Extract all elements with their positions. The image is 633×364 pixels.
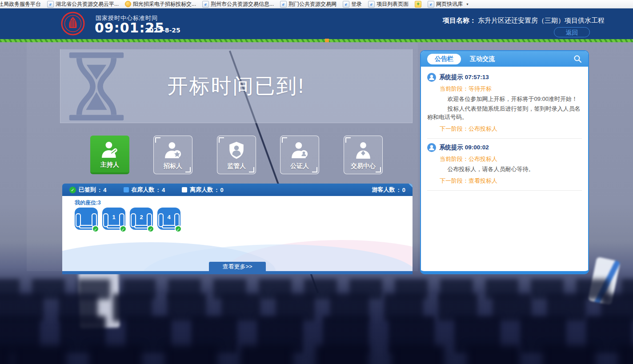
colon: : <box>99 187 100 193</box>
absent-square-icon <box>182 187 187 192</box>
bookmark-label: 登录 <box>351 0 362 8</box>
absent-label: 离席人数 <box>190 186 213 194</box>
role-button-trade-center[interactable]: 交易中心 <box>344 136 383 174</box>
next-stage: 下一阶段：公布投标人 <box>440 125 582 133</box>
message-title: 系统提示 09:00:02 <box>439 144 489 152</box>
message-divider <box>427 190 582 191</box>
bookmark-label: 社局政务服务平台 <box>0 0 41 8</box>
absent-value: 0 <box>220 187 224 193</box>
bookmark-item-project-list[interactable]: e 项目列表页面 <box>368 0 409 8</box>
ie-icon: e <box>280 1 287 8</box>
avatar-icon <box>427 143 436 152</box>
system-message: 系统提示 09:00:02 当前阶段：公布投标人 公布投标人，请各人员耐心等待。… <box>427 143 582 185</box>
message-title: 系统提示 07:57:13 <box>439 73 489 81</box>
present-count: 在席人数 : 4 <box>124 186 165 194</box>
current-stage: 当前阶段：等待开标 <box>440 85 582 93</box>
banner-title: 开标时间已到! <box>168 72 305 100</box>
signed-value: 4 <box>103 187 106 193</box>
tenderer-icon <box>164 141 182 159</box>
colon: : <box>397 187 399 193</box>
ie-icon: e <box>202 1 209 8</box>
seat-number: 2 <box>130 214 153 220</box>
message-divider <box>427 138 582 139</box>
org-seal-logo <box>60 11 85 36</box>
bookmark-label: 荆门公共资源交易网 <box>288 0 337 8</box>
signed-check-icon: ✓ <box>69 187 76 193</box>
signed-badge-icon: ✓ <box>175 225 182 232</box>
project-name-line: 项目名称：东升片区还迁安置房（三期）项目供水工程 <box>443 16 605 25</box>
signed-badge-icon: ✓ <box>120 225 127 232</box>
bookmark-item-sunshine-bidding[interactable]: 阳光招采电子招标投标交... <box>125 0 196 8</box>
status-banner: 开标时间已到! <box>60 49 413 123</box>
role-label: 主持人 <box>100 161 119 169</box>
back-button[interactable]: 返回 <box>554 27 590 37</box>
signed-count: ✓ 已签到 : 4 <box>69 186 107 194</box>
colon: : <box>216 187 217 193</box>
message-list: 系统提示 07:57:13 当前阶段：等待开标 欢迎各位参加网上开标，开标将于0… <box>421 67 588 272</box>
bid-opening-screen: 社局政务服务平台 e 湖北省公共资源交易云平... 阳光招采电子招标投标交...… <box>0 0 633 364</box>
supervisor-icon <box>228 141 245 159</box>
my-seat-label: 我的座位:3 <box>75 199 101 207</box>
role-label: 招标人 <box>164 162 182 170</box>
hourglass-icon <box>63 52 130 120</box>
bookmark-label: 网页快讯库 <box>436 0 463 8</box>
present-square-icon <box>124 187 129 192</box>
bookmark-label: 湖北省公共资源交易云平... <box>56 0 119 8</box>
dropdown-arrow-icon: ▼ <box>466 3 469 6</box>
sun-icon <box>125 1 131 7</box>
system-message: 系统提示 07:57:13 当前阶段：等待开标 欢迎各位参加网上开标，开标将于0… <box>427 73 582 133</box>
bg-chair-row <box>0 345 633 364</box>
bookmark-item-news-library[interactable]: e 网页快讯库 ▼ <box>428 0 469 8</box>
seat-number: 4 <box>157 214 180 220</box>
present-label: 在席人数 <box>132 186 155 194</box>
clock-date: 2022-8-25 <box>145 27 180 33</box>
bookmark-label: 阳光招采电子招标投标交... <box>133 0 196 8</box>
colon: : <box>157 187 159 193</box>
visitors-value: 0 <box>402 187 405 193</box>
seat[interactable]: 4 ✓ <box>157 207 182 233</box>
visitors-label: 游客人数 <box>372 186 395 194</box>
bookmark-item-jingzhou-info[interactable]: e 荆州市公共资源交易信息... <box>202 0 274 8</box>
view-more-button[interactable]: 查看更多>> <box>209 262 266 271</box>
role-button-host[interactable]: 主持人 <box>90 136 129 174</box>
current-stage: 当前阶段：公布投标人 <box>440 155 582 163</box>
seats-panel: 我的座位:3 ✓ 1 ✓ 2 ✓ 4 ✓ 查看更多>> <box>62 196 413 274</box>
role-button-supervisor[interactable]: 监管人 <box>217 136 256 174</box>
app-header: 国家授时中心标准时间 09:01:25 2022-8-25 项目名称：东升片区还… <box>0 8 633 39</box>
present-value: 4 <box>162 187 165 193</box>
bookmark-item-hubei-exchange[interactable]: e 湖北省公共资源交易云平... <box>47 0 119 8</box>
visitor-count: 游客人数 : 0 <box>372 186 405 194</box>
seat[interactable]: 1 ✓ <box>102 207 127 233</box>
project-name-label: 项目名称： <box>443 16 476 24</box>
trade-center-icon <box>354 141 372 159</box>
seat[interactable]: 2 ✓ <box>130 207 154 233</box>
tab-announcements[interactable]: 公告栏 <box>427 54 461 64</box>
announcement-panel: 公告栏 互动交流 系统提示 07:57:13 当前阶段：等待开标 欢迎各位参加网 <box>420 50 589 274</box>
message-line: 公布投标人，请各人员耐心等待。 <box>427 165 582 173</box>
bookmark-item-gov-service[interactable]: 社局政务服务平台 <box>0 0 41 8</box>
notary-icon <box>291 141 308 159</box>
role-button-notary[interactable]: 公证人 <box>280 136 319 174</box>
signed-label: 已签到 <box>79 186 96 194</box>
bookmark-item-jingmen-exchange[interactable]: e 荆门公共资源交易网 <box>280 0 337 8</box>
search-icon[interactable] <box>573 55 582 63</box>
bookmark-label: 荆州市公共资源交易信息... <box>211 0 274 8</box>
role-button-tenderer[interactable]: 招标人 <box>153 136 192 174</box>
browser-bookmarks-bar: 社局政务服务平台 e 湖北省公共资源交易云平... 阳光招采电子招标投标交...… <box>0 0 633 8</box>
seat-row: ✓ 1 ✓ 2 ✓ 4 ✓ <box>75 207 182 233</box>
stage-progress-bar <box>0 39 633 42</box>
absent-count: 离席人数 : 0 <box>182 186 224 194</box>
signed-badge-icon: ✓ <box>147 225 154 232</box>
message-line: 欢迎各位参加网上开标，开标将于09:00准时开始！ <box>427 95 582 103</box>
add-bookmark-icon[interactable]: + <box>415 1 421 8</box>
project-name-value: 东升片区还迁安置房（三期）项目供水工程 <box>478 16 605 24</box>
next-stage: 下一阶段：查看投标人 <box>440 177 582 185</box>
bookmark-item-login[interactable]: e 登录 <box>343 0 362 8</box>
role-label: 监管人 <box>227 162 246 170</box>
role-label: 交易中心 <box>351 162 376 170</box>
seat[interactable]: ✓ <box>75 207 99 233</box>
ie-icon: e <box>47 1 54 8</box>
tab-interaction[interactable]: 互动交流 <box>470 55 495 63</box>
ie-icon: e <box>368 1 375 8</box>
ie-icon: e <box>343 1 349 8</box>
